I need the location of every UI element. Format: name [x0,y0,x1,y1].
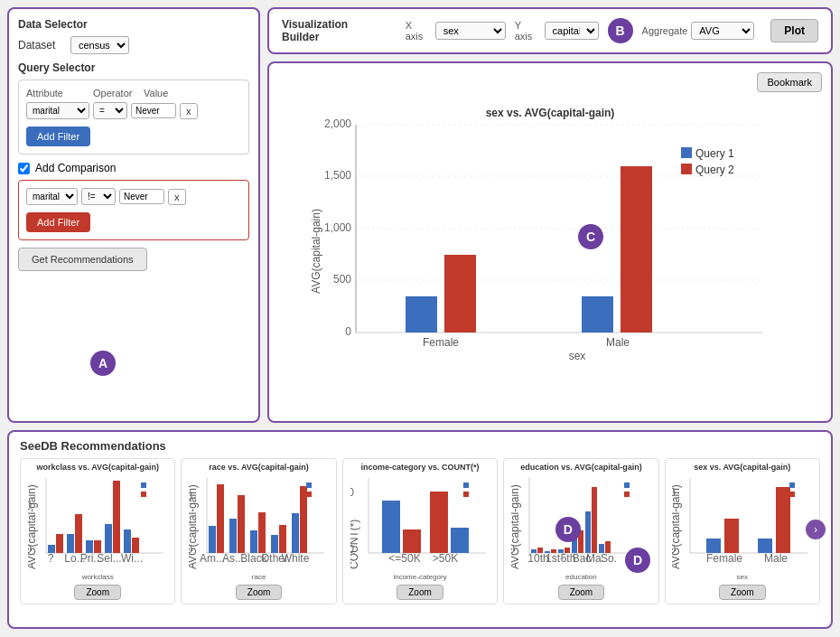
rec-card-3-zoom-button[interactable]: Zoom [397,585,443,600]
svg-rect-17 [56,534,63,553]
x-axis-group: X axis sexageeducationrace [406,20,506,42]
add-comparison-checkbox[interactable] [18,163,30,174]
svg-text:1,500: 1,500 [324,169,351,182]
rec-card-3-title: income-category vs. COUNT(*) [361,463,480,472]
svg-text:3,000: 3,000 [28,500,32,512]
svg-text:0: 0 [28,543,32,556]
label-b: B [608,18,633,43]
y-axis-label: Y axis [515,20,541,42]
x-axis-label: X axis [406,20,432,42]
viz-builder-title: Visualization Builder [282,18,387,43]
x-axis-select[interactable]: sexageeducationrace [435,22,506,40]
rec-card-4-zoom-button[interactable]: Zoom [558,585,605,600]
svg-rect-62 [430,492,448,553]
rec-card-4-title: education vs. AVG(capital-gain) [520,463,642,472]
next-arrow-button[interactable]: › [806,520,826,539]
svg-rect-11 [681,147,692,158]
svg-rect-69 [463,492,469,497]
bar-male-q2 [621,166,652,333]
svg-text:Male: Male [764,552,788,565]
rec-card-1: workclass vs. AVG(capital-gain) AVG(capi… [20,458,175,604]
aggregate-group: Aggregate AVGSUMCOUNTMINMAX [642,22,755,40]
svg-text:0: 0 [345,325,351,338]
svg-rect-25 [132,538,139,553]
svg-rect-82 [592,487,597,553]
filter2-value-input[interactable] [119,189,164,204]
dataset-label: Dataset [18,39,63,52]
rec-chart-5: AVG(capital-gain) Female Male 0 2,000 [672,473,812,573]
rec-card-2-title: race vs. AVG(capital-gain) [209,463,309,472]
svg-rect-23 [113,481,120,553]
value-col-label: Value [144,88,168,98]
filter1-value-input[interactable] [131,103,176,118]
svg-text:Female: Female [706,552,742,565]
aggregate-select[interactable]: AVGSUMCOUNTMINMAX [691,22,754,40]
rec4-x-label: education [565,573,597,581]
add-comparison-row: Add Comparison [18,162,249,174]
top-row: Data Selector Dataset census adult iris … [7,7,833,423]
attribute-col-label: Attribute [26,88,88,98]
svg-rect-92 [624,482,630,488]
svg-rect-93 [624,492,630,497]
bookmark-button[interactable]: Bookmark [757,72,822,92]
main-chart-svg: sex vs. AVG(capital-gain) AVG(capital-ga… [311,102,789,364]
svg-rect-63 [451,528,469,553]
right-panel: Visualization Builder X axis sexageeduca… [267,7,833,423]
label-d: D [625,548,650,573]
add-comparison-label: Add Comparison [35,162,116,174]
left-panel: Data Selector Dataset census adult iris … [7,7,260,423]
add-filter-1-button[interactable]: Add Filter [26,126,90,146]
rec-card-1-zoom-button[interactable]: Zoom [74,585,121,600]
svg-text:2,000: 2,000 [672,486,676,499]
filter1-operator-select[interactable]: =!=<> [93,102,127,119]
filter-section-1: Attribute Operator Value maritalsexageed… [18,80,249,155]
svg-rect-105 [789,482,795,488]
chart-y-label: AVG(capital-gain) [311,209,322,294]
filter2-remove-button[interactable]: x [168,189,186,205]
svg-text:?: ? [47,552,53,565]
label-d-main: D [555,517,581,542]
svg-rect-55 [306,482,312,488]
filter2-operator-select[interactable]: !==< [81,188,116,205]
dataset-row: Dataset census adult iris [18,36,249,54]
x-label-female: Female [423,336,459,349]
svg-rect-100 [776,487,790,553]
svg-rect-24 [124,529,131,553]
svg-rect-12 [681,164,692,174]
svg-text:White: White [282,552,310,565]
svg-text:0: 0 [189,543,192,556]
filter1-attribute-select[interactable]: maritalsexageeducation [26,102,89,119]
add-filter-2-button[interactable]: Add Filter [26,212,90,232]
svg-rect-61 [403,529,421,553]
aggregate-label: Aggregate [642,25,688,36]
svg-rect-39 [217,484,224,553]
svg-text:Wi...: Wi... [121,552,143,565]
svg-rect-42 [250,530,257,553]
rec-card-5-zoom-button[interactable]: Zoom [719,585,766,600]
main-layout: Data Selector Dataset census adult iris … [0,0,840,637]
dataset-select[interactable]: census adult iris [70,36,129,54]
svg-rect-19 [75,514,82,553]
filter-section-2: maritalsexage !==< x Add Filter [18,180,249,240]
y-axis-select[interactable]: capital-gageincome [545,22,599,40]
filter-headers-1: Attribute Operator Value [26,88,241,98]
legend-q1: Query 1 [695,147,734,160]
filter2-attribute-select[interactable]: maritalsexage [26,188,78,205]
svg-text:So.: So. [601,552,617,565]
get-recommendations-button[interactable]: Get Recommendations [18,248,147,271]
svg-rect-18 [67,534,74,553]
svg-rect-21 [94,540,101,553]
rec1-x-label: workclass [82,573,114,581]
plot-button[interactable]: Plot [770,19,818,42]
chart-title: sex vs. AVG(capital-gain) [486,107,615,119]
rec5-x-label: sex [737,573,748,581]
rec-chart-2: AVG(capital-gain) Am... As... [189,473,329,573]
filter1-remove-button[interactable]: x [180,103,198,119]
svg-rect-46 [292,513,299,553]
operator-col-label: Operator [93,88,138,98]
svg-text:AVG(capital-gain): AVG(capital-gain) [511,484,521,569]
rec-card-2-zoom-button[interactable]: Zoom [236,585,283,600]
recommendations-row: workclass vs. AVG(capital-gain) AVG(capi… [20,458,820,604]
rec2-x-label: race [252,573,266,581]
svg-text:2,000: 2,000 [324,117,351,130]
